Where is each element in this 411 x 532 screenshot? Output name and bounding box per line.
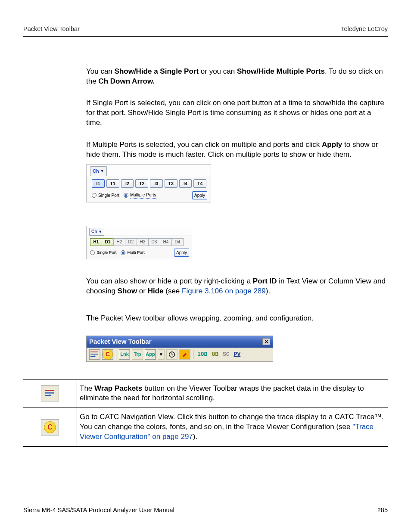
port-d3[interactable]: D3 — [148, 238, 160, 246]
chevron-down-icon: ▾ — [160, 351, 162, 358]
port-t3[interactable]: T3 — [165, 179, 177, 188]
channel-panel-2: Ch ▼ H1 D1 H2 D2 H3 D3 H4 D4 Single Port… — [86, 226, 192, 259]
paragraph-1: You can Show/Hide a Single Port or you c… — [86, 67, 388, 87]
chevron-down-icon: ▼ — [98, 229, 102, 234]
port-t4[interactable]: T4 — [193, 179, 206, 188]
port-i3[interactable]: I3 — [150, 179, 163, 188]
port-h4[interactable]: H4 — [160, 238, 172, 246]
header-left: Packet View Toolbar — [23, 25, 80, 34]
separator — [193, 350, 193, 359]
radio-icon — [124, 193, 128, 198]
port-d1[interactable]: D1 — [102, 238, 114, 246]
figure-link[interactable]: Figure 3.106 on page 289 — [182, 287, 266, 295]
toolbar-description-table: The Wrap Packets button on the Viewer To… — [23, 379, 388, 447]
port-h1[interactable]: H1 — [90, 238, 102, 246]
trp-button[interactable]: Trp — [132, 349, 143, 360]
highlight-button[interactable] — [179, 349, 190, 360]
ch-dropdown-2[interactable]: Ch ▼ — [89, 228, 104, 236]
ch-dropdown-1[interactable]: Ch ▼ — [90, 166, 107, 176]
marker-icon — [181, 351, 189, 358]
radio-icon — [90, 250, 95, 255]
close-icon[interactable]: ✕ — [262, 338, 270, 345]
port-i1[interactable]: I1 — [92, 179, 105, 188]
wrap-packets-button[interactable] — [89, 349, 100, 360]
toolbar-title: Packet View Toolbar — [89, 337, 152, 346]
paragraph-3: If Multiple Ports is selected, you can c… — [86, 140, 388, 160]
wrap-packets-icon-cell — [41, 385, 59, 401]
apply-button-1[interactable]: Apply — [192, 191, 207, 200]
port-i2[interactable]: I2 — [121, 179, 134, 188]
p4-b2: Show — [118, 287, 137, 295]
p4-b3: Hide — [148, 287, 164, 295]
p3-b1: Apply — [322, 140, 342, 149]
wrap-icon — [44, 388, 56, 398]
clock-button[interactable] — [166, 349, 177, 360]
p4-seepre: (see — [164, 287, 182, 295]
app-button[interactable]: App — [145, 349, 156, 360]
port-row-2: H1 D1 H2 D2 H3 D3 H4 D4 — [87, 236, 192, 247]
radio-multi-port-2[interactable]: Multi Port — [121, 250, 144, 255]
table-row: C Go to CATC Navigation View. Click this… — [23, 408, 388, 447]
p4-b1: Port ID — [253, 277, 277, 285]
p1-pre: You can — [86, 67, 115, 75]
r1-b: Wrap Packets — [94, 384, 142, 392]
paragraph-5: The Packet View toolbar allows wrapping,… — [86, 314, 388, 324]
port-t1[interactable]: T1 — [106, 179, 119, 188]
port-d4[interactable]: D4 — [171, 238, 184, 246]
ch-label-1: Ch — [93, 168, 99, 174]
catc-description: Go to CATC Navigation View. Click this b… — [77, 408, 388, 447]
r2-line2b: ). — [193, 432, 197, 441]
p4-pre: You can also show or hide a port by righ… — [86, 277, 253, 285]
port-h2[interactable]: H2 — [113, 238, 125, 246]
radio-multiple-ports-1[interactable]: Multiple Ports — [124, 192, 156, 199]
catc-icon: C — [44, 421, 56, 433]
radio-icon — [92, 193, 97, 198]
clock-icon — [168, 351, 176, 358]
dropdown-button[interactable]: ▾ — [158, 349, 165, 360]
r2-line1: Go to CATC Navigation View. Click this b… — [80, 413, 384, 421]
channel-panel-1: Ch ▼ I1 T1 I2 T2 I3 T3 I4 T4 Single Port… — [86, 164, 211, 202]
p1-b2: Show/Hide Multiple Ports — [237, 67, 325, 75]
svg-rect-3 — [45, 390, 54, 391]
port-h3[interactable]: H3 — [137, 238, 149, 246]
wrap-packets-description: The Wrap Packets button on the Viewer To… — [77, 379, 388, 408]
radio-single-port-2[interactable]: Single Port — [90, 250, 116, 255]
chevron-down-icon: ▼ — [100, 168, 104, 174]
paragraph-4: You can also show or hide a port by righ… — [86, 277, 388, 296]
radio-multi-label-1: Multiple Ports — [130, 192, 156, 199]
svg-rect-4 — [45, 392, 54, 394]
packet-view-toolbar: Packet View Toolbar ✕ C Lnk Trp App — [86, 336, 273, 361]
paragraph-2: If Single Port is selected, you can clic… — [86, 98, 388, 128]
port-d2[interactable]: D2 — [125, 238, 137, 246]
catc-icon-cell: C — [41, 419, 59, 436]
lnk-button[interactable]: Lnk — [119, 349, 130, 360]
p1-b1: Show/Hide a Single Port — [115, 67, 199, 75]
radio-single-label-2: Single Port — [97, 250, 116, 255]
header-right: Teledyne LeCroy — [341, 25, 388, 34]
table-row: The Wrap Packets button on the Viewer To… — [23, 379, 388, 408]
svg-rect-1 — [90, 354, 98, 355]
ch-label-2: Ch — [91, 229, 97, 235]
btn-pv[interactable]: PV — [233, 351, 242, 358]
radio-icon — [121, 250, 125, 255]
catc-nav-button[interactable]: C — [102, 349, 113, 360]
r1-pre: The — [80, 384, 94, 392]
btn-8b[interactable]: 8B — [210, 351, 220, 358]
p4-seepost: ). — [266, 287, 270, 295]
p3-pre: If Multiple Ports is selected, you can c… — [86, 140, 322, 149]
wrap-icon — [90, 350, 100, 359]
r2-line2a: You can change the colors, fonts, and so… — [80, 423, 352, 431]
svg-rect-0 — [90, 352, 98, 352]
separator — [116, 350, 116, 359]
radio-single-label-1: Single Port — [98, 193, 119, 199]
radio-multi-label-2: Multi Port — [127, 250, 144, 255]
port-t2[interactable]: T2 — [135, 179, 148, 188]
btn-sc[interactable]: SC — [221, 351, 231, 358]
apply-button-2[interactable]: Apply — [174, 249, 189, 257]
footer-page-number: 285 — [377, 506, 388, 515]
port-i4[interactable]: I4 — [179, 179, 192, 188]
btn-10b[interactable]: 10B — [196, 351, 209, 358]
radio-single-port-1[interactable]: Single Port — [92, 193, 119, 199]
footer-left: Sierra M6-4 SAS/SATA Protocol Analyzer U… — [23, 506, 174, 515]
p1-b3: Ch Down Arrow. — [98, 77, 155, 85]
